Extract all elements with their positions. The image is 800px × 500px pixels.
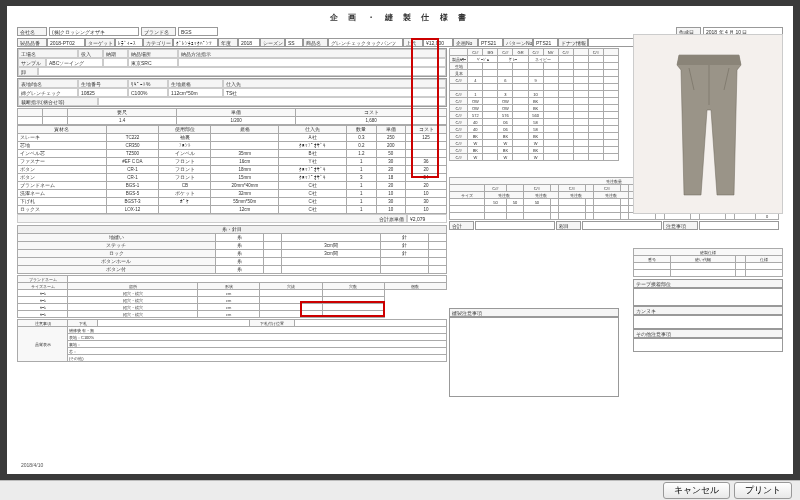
- fabcomp-value: 10825: [78, 88, 128, 97]
- material-row: 洗濯ネームBGS-5ポケット32mmC社11010: [18, 190, 447, 198]
- sizename-label: サイズネーム: [18, 283, 68, 290]
- attach-label: ドナツ情報: [558, 38, 588, 47]
- pattern-value: PTS21: [533, 38, 558, 47]
- place-label: 納品場所: [128, 49, 178, 58]
- sew-chart: 縫製仕様 番号縫い代幅仕様: [633, 248, 783, 277]
- total-label: 合計原単価: [17, 214, 407, 223]
- tag2-label: 下札付け位置: [250, 320, 295, 327]
- material-row: インベル芯TZ500インベル35mmB社1.250: [18, 150, 447, 158]
- pants-image: [659, 50, 759, 200]
- shape-label: 形状: [198, 283, 260, 290]
- code-value: 2018-PT02: [47, 38, 85, 47]
- factory-label: 工場名: [18, 49, 78, 58]
- year-label: 年度: [218, 38, 238, 47]
- shape2-label: 彩目: [556, 221, 581, 230]
- brand-label: ブランド名: [141, 27, 176, 36]
- material-row: ボタンCR-1フロント15mmｸﾛｯﾌﾟｵｻﾞｷ31854: [18, 174, 447, 182]
- color-grid: C/#BGC/#GRC/#NVC/#C/# 製品ｶﾗｰﾍﾞｰｼﾞｭｸﾞﾚｰネイビ…: [449, 48, 619, 161]
- brand-value: BGS: [178, 27, 218, 36]
- fabvendor-label: 仕入先: [223, 79, 446, 88]
- fabwidth-value: 112cm*50m: [168, 88, 223, 97]
- spec-sheet: 企 画 ・ 縫 製 仕 様 書 会社名 (株)クロッシングオザキ ブランド名 B…: [7, 6, 793, 474]
- cat-label: カテゴリー: [143, 38, 173, 47]
- place-value: 東京SRC: [128, 58, 178, 67]
- cat-value: ｸﾞﾚﾝﾁｪｯｸﾊﾟﾝﾂ: [173, 38, 218, 47]
- material-row: 芯地CR350ﾌﾛﾝﾄ ｸﾛｯﾌﾟｵｻﾞｷ0.2200: [18, 142, 447, 150]
- hole-label: 穴抜: [260, 283, 322, 290]
- other-label: その他注意事項: [633, 329, 783, 338]
- product-photo: [633, 34, 783, 214]
- code-label: 製品品番: [17, 38, 47, 47]
- material-row: ロックスLOX-1212cmC社11010: [18, 206, 447, 214]
- brandname-label: ブランドネーム: [18, 276, 68, 283]
- thread-table: 糸・針目 地縫い糸針ステッチ糸3cm間針ロック糸3cm間針ボタンホール糸ボタン付…: [17, 225, 447, 274]
- footer-date: 2018/4/10: [21, 462, 43, 468]
- tape-label: テープ接着部位: [633, 279, 783, 288]
- material-row: ファスナー#EF C DAフロント16cmY社13036: [18, 158, 447, 166]
- print-button[interactable]: プリント: [734, 482, 792, 499]
- sewnote-label: 縫製注意事項: [449, 308, 619, 317]
- recv-label: 役入: [78, 49, 103, 58]
- target-value: ﾚﾃﾞｨｰｽ: [115, 38, 143, 47]
- season-label: シーズン: [260, 38, 285, 47]
- materials-table: 資材名使用部位規格仕入先数量単価コスト スレーキTC222袖裏A社0.32501…: [17, 125, 447, 214]
- fabratio-value: C100%: [128, 88, 168, 97]
- factory-block: 工場名 役入 納期 納品場所 納品方法指示 サンプル ABCソーイング 東京SR…: [17, 48, 447, 77]
- total-value: ¥2,079: [407, 214, 447, 223]
- qual-label: 品質表示: [18, 327, 68, 362]
- season-value: SS: [285, 38, 303, 47]
- brand-spec-table: ブランドネーム サイズネーム 留所 形状 穴抜 穴数 個数 ﾈｰﾑ紹穴・横穴cm…: [17, 275, 447, 318]
- dialog-footer: キャンセル プリント: [0, 480, 800, 500]
- material-row: ブランドネームBGS-1CB20mm*40mmC社12020: [18, 182, 447, 190]
- material-row: スレーキTC222袖裏A社0.3250125: [18, 134, 447, 142]
- cancel-button[interactable]: キャンセル: [663, 482, 730, 499]
- thread-label: 糸・針目: [18, 226, 447, 234]
- price-label: 上代: [403, 38, 423, 47]
- plan-label: 企画No: [453, 38, 478, 47]
- doc-title: 企 画 ・ 縫 製 仕 様 書: [17, 12, 783, 23]
- fabvendor-value: TS社: [223, 88, 446, 97]
- method-label: 納品方法指示: [178, 49, 446, 58]
- sum-label: 合計: [449, 221, 474, 230]
- calc-table: 要尺単価コスト 1.41/2001,680: [17, 108, 447, 125]
- pos-label: 留所: [68, 283, 198, 290]
- fabwidth-label: 生地規格: [168, 79, 223, 88]
- deliv-label: 納期: [103, 49, 128, 58]
- tag-label: 下札: [68, 320, 98, 327]
- fabname-value: 綿グレンチェック: [18, 88, 78, 97]
- fabname-label: 表地/地名: [18, 79, 78, 88]
- prodname-value: グレンチェックタックパンツ: [328, 38, 403, 47]
- pattern-label: パターンNo: [503, 38, 533, 47]
- plan-value: PTS21: [478, 38, 503, 47]
- pay-label: 注意事項: [663, 221, 698, 230]
- main-factory-label: 卸: [18, 67, 38, 76]
- count-label: 個数: [384, 283, 446, 290]
- prodname-label: 商品名: [303, 38, 328, 47]
- year-value: 2018: [238, 38, 260, 47]
- sewchart-label: 縫製仕様: [634, 249, 783, 256]
- sample-value: ABCソーイング: [46, 58, 103, 67]
- wash-label: 注意事項: [18, 320, 68, 327]
- target-label: ターゲット: [85, 38, 115, 47]
- len-label: 穴数: [322, 283, 384, 290]
- cutnote-label: 裁断指示(柄合せ等): [18, 97, 98, 106]
- material-row: 下げ札BGST-3ﾎﾟｹ55mm*50mC社13030: [18, 198, 447, 206]
- sample-label: サンプル: [18, 58, 46, 67]
- fabcomp-label: 生地番号: [78, 79, 128, 88]
- company-value: (株)クロッシングオザキ: [49, 27, 139, 36]
- price-value: ¥12,000: [423, 38, 453, 47]
- company-label: 会社名: [17, 27, 47, 36]
- notes-table: 注意事項 下札 下札付け位置 品質表示 補修袋 有・無 表地：C100% 裏地：…: [17, 319, 447, 362]
- kan-label: カンヌキ: [633, 306, 783, 315]
- fabric-block: 表地/地名 生地番号 ﾘﾋﾟｰﾄ% 生地規格 仕入先 綿グレンチェック 1082…: [17, 78, 447, 107]
- fabratio-label: ﾘﾋﾟｰﾄ%: [128, 79, 168, 88]
- material-row: ボタンCR-1フロント18mmｸﾛｯﾌﾟｵｻﾞｷ12020: [18, 166, 447, 174]
